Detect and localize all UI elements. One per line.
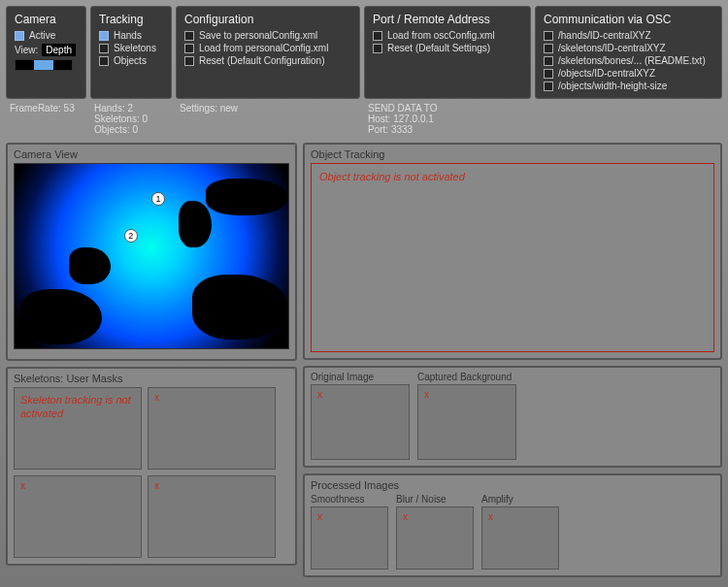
skeleton-tile-4: x [148, 475, 276, 558]
configuration-title: Configuration [184, 13, 351, 26]
checkbox-icon [544, 56, 553, 66]
object-tracking-section: Object Tracking Object tracking is not a… [303, 143, 722, 360]
send-data-stat: SEND DATA TO Host: 127.0.0.1 Port: 3333 [364, 101, 531, 137]
port-reset-label: Reset (Default Settings) [387, 43, 490, 53]
smoothness-label: Smoothness [311, 494, 388, 505]
view-value: Depth [42, 44, 76, 56]
communication-panel: Communication via OSC /hands/ID-centralX… [535, 6, 722, 99]
config-reset-label: Reset (Default Configuration) [199, 55, 325, 66]
config-load-button[interactable]: Load from personalConfig.xml [184, 43, 351, 53]
config-load-label: Load from personalConfig.xml [199, 43, 328, 53]
tracking-hands-toggle[interactable]: Hands [99, 30, 163, 41]
port-value: 3333 [391, 124, 413, 135]
comm-stat-spacer [535, 101, 722, 137]
tracking-objects-toggle[interactable]: Objects [99, 55, 163, 66]
camera-view-selector[interactable]: View: Depth [15, 44, 78, 56]
settings-value: new [220, 103, 238, 114]
camera-view-section: Camera View 1 2 [6, 143, 297, 361]
view-colorbar[interactable] [15, 59, 73, 71]
marker-label: 2 [128, 231, 133, 241]
original-image-tile: x [311, 384, 410, 460]
checkbox-icon [99, 44, 109, 53]
blur-label: Blur / Noise [396, 494, 474, 505]
images-section: Original Image x Captured Background x [303, 366, 722, 468]
settings-stat: Settings: new [176, 101, 360, 137]
camera-active-toggle[interactable]: Active [15, 30, 78, 41]
config-save-button[interactable]: Save to personalConfig.xml [184, 30, 351, 41]
port-label: Port: [368, 124, 388, 135]
checkbox-icon [184, 56, 194, 66]
host-label: Host: [368, 114, 390, 124]
close-x-icon: x [154, 392, 159, 403]
captured-bg-tile: x [417, 384, 516, 460]
checkbox-icon [544, 69, 553, 79]
tracking-panel: Tracking Hands Skeletons Objects [90, 6, 172, 99]
osc-item-label: /skeletons/ID-centralXYZ [558, 43, 666, 53]
tracking-title: Tracking [99, 13, 163, 26]
configuration-panel: Configuration Save to personalConfig.xml… [176, 6, 360, 99]
osc-item-skeletons[interactable]: /skeletons/ID-centralXYZ [544, 43, 713, 53]
config-reset-button[interactable]: Reset (Default Configuration) [184, 55, 351, 66]
camera-title: Camera [15, 13, 78, 26]
osc-item-objects[interactable]: /objects/ID-centralXYZ [544, 68, 713, 79]
captured-bg-label: Captured Background [417, 372, 516, 382]
port-load-button[interactable]: Load from oscConfig.xml [373, 30, 522, 41]
checkbox-icon [15, 31, 24, 41]
objects-count-value: 0 [132, 124, 138, 135]
checkbox-icon [184, 44, 194, 53]
port-reset-button[interactable]: Reset (Default Settings) [373, 43, 522, 53]
framerate-value: 53 [64, 103, 75, 114]
camera-view-title: Camera View [14, 148, 289, 160]
object-tracking-title: Object Tracking [311, 148, 714, 160]
skeletons-count-label: Skeletons: [94, 114, 140, 124]
port-panel: Port / Remote Address Load from oscConfi… [364, 6, 531, 99]
send-data-label: SEND DATA TO [368, 103, 527, 114]
osc-item-hands[interactable]: /hands/ID-centralXYZ [544, 30, 713, 41]
skeleton-tile-2: x [148, 387, 276, 470]
amplify-tile: x [481, 506, 559, 570]
skeleton-tile-1: Skeleton tracking is not activated [14, 387, 142, 470]
checkbox-icon [373, 31, 382, 41]
checkbox-icon [99, 56, 109, 66]
depth-image: 1 2 [14, 163, 289, 349]
checkbox-icon [544, 31, 553, 41]
hands-count-value: 2 [127, 103, 133, 114]
camera-panel: Camera Active View: Depth [6, 6, 86, 99]
processed-images-section: Processed Images Smoothness x Blur / Noi… [303, 473, 722, 577]
hand-marker-1: 1 [151, 192, 165, 206]
config-save-label: Save to personalConfig.xml [199, 30, 317, 41]
osc-item-bones[interactable]: /skeletons/bones/... (README.txt) [544, 55, 713, 66]
view-label: View: [15, 45, 38, 55]
smoothness-tile: x [311, 506, 388, 570]
tracking-skeletons-toggle[interactable]: Skeletons [99, 43, 163, 53]
tracking-stats: Hands: 2 Skeletons: 0 Objects: 0 [90, 101, 172, 137]
framerate-label: FrameRate: [10, 103, 61, 114]
port-load-label: Load from oscConfig.xml [387, 30, 495, 41]
close-x-icon: x [424, 389, 429, 400]
objects-count-label: Objects: [94, 124, 130, 135]
osc-item-label: /objects/ID-centralXYZ [558, 68, 655, 79]
close-x-icon: x [403, 511, 408, 522]
processed-title: Processed Images [311, 479, 714, 491]
close-x-icon: x [488, 511, 493, 522]
close-x-icon: x [20, 480, 25, 491]
tracking-hands-label: Hands [114, 30, 142, 41]
checkbox-icon [99, 31, 109, 41]
skeleton-msg: Skeleton tracking is not activated [20, 391, 135, 423]
checkbox-icon [544, 44, 553, 53]
checkbox-icon [373, 44, 382, 53]
checkbox-icon [544, 82, 553, 91]
close-x-icon: x [317, 389, 322, 400]
osc-item-size[interactable]: /objects/width-height-size [544, 81, 713, 91]
skeletons-section: Skeletons: User Masks Skeleton tracking … [6, 367, 297, 566]
blur-tile: x [396, 506, 474, 570]
hands-count-label: Hands: [94, 103, 125, 114]
hand-marker-2: 2 [124, 229, 138, 243]
osc-item-label: /skeletons/bones/... (README.txt) [558, 55, 706, 66]
communication-title: Communication via OSC [544, 13, 713, 26]
host-value: 127.0.0.1 [393, 114, 434, 124]
osc-item-label: /hands/ID-centralXYZ [558, 30, 651, 41]
skeleton-tile-3: x [14, 475, 142, 558]
checkbox-icon [184, 31, 194, 41]
port-title: Port / Remote Address [373, 13, 522, 26]
